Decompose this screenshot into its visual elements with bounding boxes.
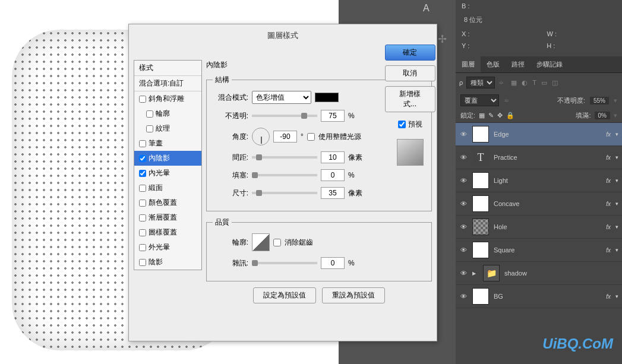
lock-position-icon[interactable]: ✥ (497, 112, 503, 119)
style-item-6[interactable]: 緞面 (134, 181, 201, 195)
opacity-slider[interactable] (252, 115, 317, 117)
style-item-11[interactable]: 陰影 (134, 255, 201, 270)
style-checkbox-9[interactable] (139, 229, 146, 236)
style-item-10[interactable]: 外光暈 (134, 240, 201, 255)
cancel-button[interactable]: 取消 (385, 65, 435, 81)
chevron-down-icon[interactable]: ▾ (615, 178, 618, 183)
layer-name[interactable]: Concave (494, 200, 601, 207)
set-default-button[interactable]: 設定為預設值 (253, 287, 316, 303)
layer-row-square[interactable]: 👁Squarefx ▾ (456, 239, 622, 262)
style-checkbox-0[interactable] (139, 96, 146, 103)
filter-smart-icon[interactable]: ◫ (552, 79, 558, 87)
layer-name[interactable]: Edge (494, 131, 601, 138)
lock-transparency-icon[interactable]: ▦ (479, 112, 485, 119)
layer-thumbnail[interactable]: T (472, 149, 489, 166)
expand-arrow[interactable]: ▶ (472, 271, 476, 276)
preview-checkbox-row[interactable]: 預視 (398, 119, 422, 129)
layer-row-concave[interactable]: 👁Concavefx ▾ (456, 192, 622, 216)
layer-thumbnail[interactable] (472, 126, 489, 143)
layer-row-practice[interactable]: 👁TPracticefx ▾ (456, 146, 622, 169)
choke-input[interactable] (321, 169, 345, 181)
visibility-icon[interactable]: 👁 (459, 177, 468, 184)
layer-thumbnail[interactable]: 📁 (483, 265, 500, 281)
style-checkbox-6[interactable] (139, 185, 146, 192)
chevron-down-icon[interactable]: ▾ (615, 247, 618, 253)
ok-button[interactable]: 確定 (385, 45, 435, 61)
distance-slider[interactable] (252, 156, 317, 159)
visibility-icon[interactable]: 👁 (459, 293, 468, 300)
choke-slider[interactable] (252, 174, 317, 176)
visibility-icon[interactable]: 👁 (459, 223, 468, 230)
chevron-down-icon[interactable]: ▾ (615, 201, 618, 207)
layer-name[interactable]: shadow (504, 270, 618, 277)
styles-header[interactable]: 樣式 (134, 61, 201, 76)
layer-opacity-value[interactable]: 55% (590, 97, 609, 105)
layer-name[interactable]: Light (494, 177, 601, 184)
chevron-down-icon[interactable]: ▾ (615, 131, 618, 137)
distance-input[interactable] (321, 151, 345, 163)
style-checkbox-7[interactable] (139, 200, 146, 207)
visibility-icon[interactable]: 👁 (459, 270, 468, 277)
style-checkbox-2[interactable] (146, 125, 153, 132)
lock-paint-icon[interactable]: ✎ (488, 112, 494, 119)
layer-name[interactable]: Square (494, 246, 601, 254)
style-item-1[interactable]: 輪廓 (134, 106, 201, 121)
style-item-0[interactable]: 斜角和浮雕 (134, 91, 201, 106)
global-light-checkbox[interactable] (307, 133, 315, 141)
character-panel-icon[interactable]: A (423, 3, 430, 14)
style-checkbox-4[interactable] (139, 155, 146, 162)
layer-thumbnail[interactable] (472, 172, 489, 189)
filter-type-icon[interactable]: T (532, 79, 536, 87)
reset-default-button[interactable]: 重設為預設值 (322, 287, 385, 303)
layer-row-bg[interactable]: 👁BGfx ▾ (456, 285, 622, 308)
filter-adjust-icon[interactable]: ◐ (522, 79, 528, 87)
chevron-down-icon[interactable]: ▾ (615, 224, 618, 230)
opacity-input[interactable] (321, 110, 345, 122)
size-slider[interactable] (252, 192, 317, 194)
visibility-icon[interactable]: 👁 (459, 154, 468, 161)
tab-channels[interactable]: 色版 (481, 56, 506, 72)
fill-value[interactable]: 0% (595, 112, 610, 119)
style-item-8[interactable]: 漸層覆蓋 (134, 210, 201, 225)
style-item-7[interactable]: 顏色覆蓋 (134, 195, 201, 210)
visibility-icon[interactable]: 👁 (459, 131, 468, 138)
layer-row-hole[interactable]: 👁Holefx ▾ (456, 216, 622, 239)
angle-input[interactable] (273, 131, 297, 143)
style-item-4[interactable]: 內陰影 (134, 151, 201, 166)
layer-name[interactable]: Hole (494, 223, 601, 230)
angle-wheel[interactable] (252, 128, 270, 145)
lock-all-icon[interactable]: 🔒 (506, 112, 514, 119)
style-checkbox-11[interactable] (139, 259, 146, 266)
layer-row-light[interactable]: 👁Lightfx ▾ (456, 169, 622, 192)
blend-mode-select[interactable]: 色彩增值 (252, 91, 311, 104)
noise-input[interactable] (321, 257, 345, 269)
layer-thumbnail[interactable] (472, 195, 489, 212)
chevron-down-icon[interactable]: ▾ (615, 293, 618, 299)
layer-thumbnail[interactable] (472, 242, 489, 258)
layer-name[interactable]: BG (494, 293, 601, 300)
antialias-checkbox[interactable] (273, 239, 281, 246)
layer-row-edge[interactable]: 👁Edgefx ▾ (456, 123, 622, 146)
blend-mode-layer-select[interactable]: 覆蓋 (460, 94, 499, 106)
style-checkbox-10[interactable] (139, 244, 146, 251)
style-checkbox-1[interactable] (146, 110, 153, 118)
layer-thumbnail[interactable] (472, 219, 489, 235)
layer-row-shadow[interactable]: 👁▶📁shadow (456, 262, 622, 285)
layer-name[interactable]: Practice (494, 154, 601, 161)
kind-icon[interactable]: ρ (459, 79, 463, 86)
style-item-2[interactable]: 紋理 (134, 121, 201, 136)
noise-slider[interactable] (252, 262, 317, 264)
kind-select[interactable]: 種類 (466, 77, 495, 88)
style-item-5[interactable]: 內光暈 (134, 166, 201, 181)
tab-history[interactable]: 步驟記錄 (531, 56, 569, 72)
filter-pixel-icon[interactable]: ▦ (511, 79, 517, 87)
new-style-button[interactable]: 新增樣式... (385, 86, 435, 112)
shadow-color-swatch[interactable] (315, 93, 339, 102)
style-checkbox-3[interactable] (139, 140, 146, 147)
tab-paths[interactable]: 路徑 (506, 56, 531, 72)
preview-checkbox[interactable] (398, 121, 406, 128)
visibility-icon[interactable]: 👁 (459, 246, 468, 254)
visibility-icon[interactable]: 👁 (459, 200, 468, 207)
blend-options-item[interactable]: 混合選項:自訂 (134, 76, 201, 91)
style-checkbox-5[interactable] (139, 170, 146, 177)
